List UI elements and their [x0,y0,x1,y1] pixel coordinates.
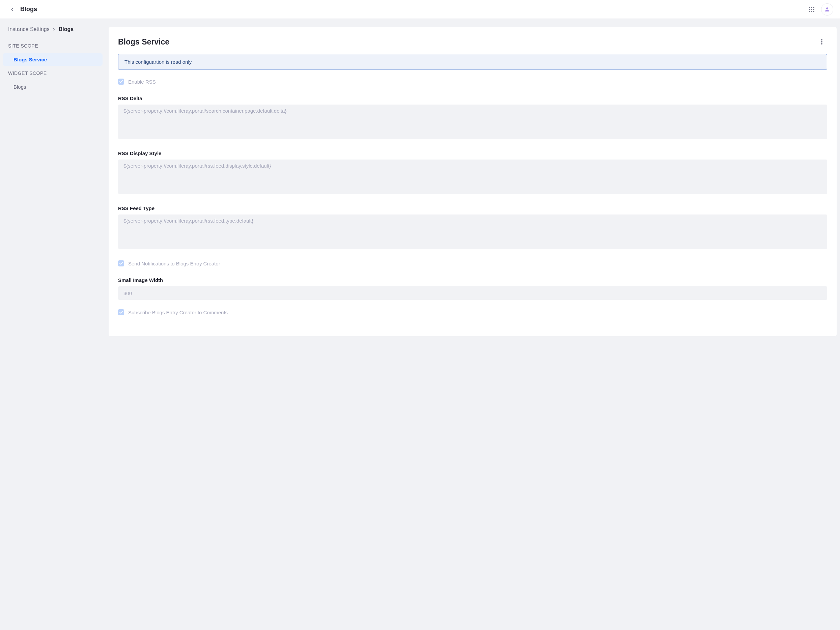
small-image-width-input[interactable]: 300 [118,286,827,300]
rss-display-style-label: RSS Display Style [118,150,827,156]
enable-rss-checkbox[interactable]: Enable RSS [118,79,827,85]
sidebar-item-blogs[interactable]: Blogs [3,81,103,93]
main-panel: Blogs Service This configuartion is read… [105,19,840,344]
sidebar-item-label: Blogs [14,84,26,90]
rss-delta-field: RSS Delta ${server-property://com.lifera… [118,95,827,139]
breadcrumb: Instance Settings Blogs [3,24,103,39]
sidebar-item-label: Blogs Service [14,57,47,62]
breadcrumb-parent[interactable]: Instance Settings [8,26,50,32]
chevron-left-icon [10,7,14,12]
small-image-width-label: Small Image Width [118,277,827,283]
page-title: Blogs [20,6,806,13]
checkbox-checked-icon [118,309,124,315]
grid-icon [809,7,814,12]
more-actions-button[interactable] [816,36,827,47]
rss-display-style-field: RSS Display Style ${server-property://co… [118,150,827,194]
svg-point-0 [821,39,823,41]
rss-display-style-value: ${server-property://com.liferay.portal/r… [123,163,271,169]
chevron-right-icon [52,28,56,31]
small-image-width-value: 300 [123,291,132,296]
rss-feed-type-field: RSS Feed Type ${server-property://com.li… [118,205,827,249]
subscribe-checkbox[interactable]: Subscribe Blogs Entry Creator to Comment… [118,309,827,315]
rss-feed-type-value: ${server-property://com.liferay.portal/r… [123,218,253,224]
settings-card: Blogs Service This configuartion is read… [109,27,837,336]
scope-label-site: SITE SCOPE [3,39,103,53]
checkbox-checked-icon [118,261,124,267]
sidebar-item-blogs-service[interactable]: Blogs Service [3,53,103,66]
rss-delta-value: ${server-property://com.liferay.portal/s… [123,108,286,114]
kebab-icon [821,39,823,44]
rss-feed-type-label: RSS Feed Type [118,205,827,211]
rss-delta-input[interactable]: ${server-property://com.liferay.portal/s… [118,104,827,139]
scope-label-widget: WIDGET SCOPE [3,66,103,80]
back-button[interactable] [7,4,17,15]
topbar: Blogs [0,0,840,19]
readonly-alert: This configuartion is read only. [118,54,827,70]
card-header: Blogs Service [118,36,827,47]
send-notifications-checkbox[interactable]: Send Notifications to Blogs Entry Creato… [118,261,827,267]
subscribe-label: Subscribe Blogs Entry Creator to Comment… [128,309,228,315]
svg-point-2 [821,43,823,44]
svg-point-1 [821,41,823,43]
card-title: Blogs Service [118,38,816,47]
rss-feed-type-input[interactable]: ${server-property://com.liferay.portal/r… [118,215,827,249]
sidebar: Instance Settings Blogs SITE SCOPE Blogs… [0,19,105,344]
rss-display-style-input[interactable]: ${server-property://com.liferay.portal/r… [118,159,827,194]
small-image-width-field: Small Image Width 300 [118,277,827,300]
user-icon [824,6,830,13]
breadcrumb-current: Blogs [59,26,74,32]
rss-delta-label: RSS Delta [118,95,827,101]
content-container: Instance Settings Blogs SITE SCOPE Blogs… [0,19,840,344]
apps-menu-button[interactable] [806,4,817,15]
user-avatar[interactable] [821,3,833,16]
send-notifications-label: Send Notifications to Blogs Entry Creato… [128,261,220,267]
enable-rss-label: Enable RSS [128,79,156,85]
checkbox-checked-icon [118,79,124,85]
